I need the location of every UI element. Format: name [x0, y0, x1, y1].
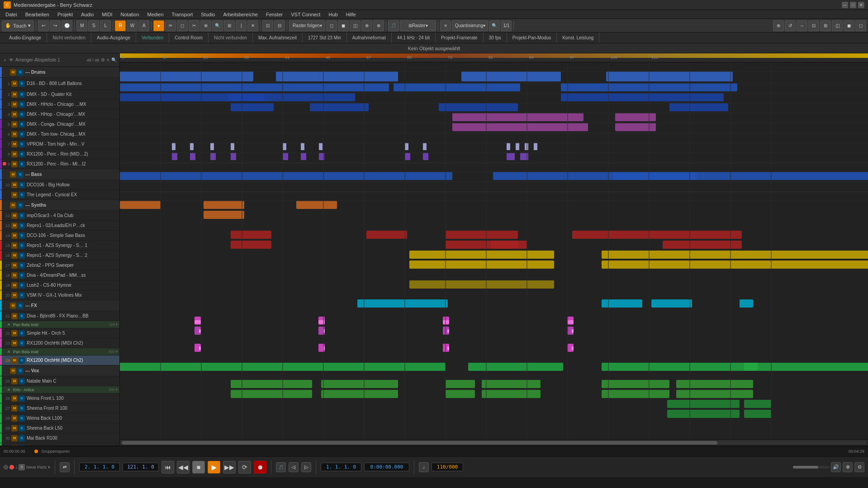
solo-8[interactable]: S — [19, 151, 25, 157]
track-row-4[interactable]: 4 M S DMX - HHop - Chicago'…MX — [0, 109, 119, 119]
menu-hub[interactable]: Hub — [325, 11, 341, 18]
track-row-8[interactable]: 8 M S RX1200 - Perc - Rim (MID…2) — [0, 149, 119, 159]
solo-17[interactable]: S — [19, 262, 25, 269]
mute-30[interactable]: M — [11, 435, 18, 441]
mute-19[interactable]: M — [11, 282, 18, 289]
position-display-1[interactable]: 2. 1. 1. 0 — [79, 463, 120, 471]
solo-31[interactable]: S — [19, 445, 25, 446]
raster-icon-5[interactable]: ⊗ — [373, 20, 384, 31]
raster-right-button[interactable]: ⊞ Raster▾ — [400, 20, 436, 31]
solo-27[interactable]: S — [19, 405, 25, 412]
mute-drums[interactable]: M — [10, 69, 16, 76]
cut-tool[interactable]: ✂ — [189, 20, 199, 31]
mute-fx[interactable]: M — [10, 303, 16, 309]
mute-vox[interactable]: M — [10, 368, 16, 374]
mute-1[interactable]: M — [11, 81, 18, 87]
go-to-start-button[interactable]: ⏮ — [161, 461, 174, 474]
write-button[interactable]: W — [127, 20, 138, 31]
metronome-button[interactable]: ♩ — [419, 462, 429, 472]
mute-8[interactable]: M — [11, 151, 18, 157]
record-button[interactable]: ⏺ — [254, 461, 266, 474]
position-display-4[interactable]: 0:00:00.000 — [364, 463, 409, 471]
solo-18[interactable]: S — [19, 272, 25, 279]
listen-button[interactable]: L — [100, 20, 111, 31]
solo-7[interactable]: S — [19, 141, 25, 147]
right-tool-2[interactable]: ↺ — [785, 20, 796, 31]
solo-22[interactable]: S — [19, 330, 25, 336]
menu-arbeitsbereiche[interactable]: Arbeitsbereiche — [219, 11, 261, 18]
tempo-display[interactable]: 110/000 — [432, 463, 463, 471]
track-group-vox[interactable]: M S --- Vox — [0, 365, 119, 376]
menu-datei[interactable]: Datei — [2, 11, 21, 18]
track-row-11[interactable]: M S The Legend - Cynical EX — [0, 190, 119, 200]
mute-13[interactable]: M — [11, 223, 18, 229]
master-volume-slider[interactable] — [793, 466, 829, 469]
right-tool-7[interactable]: ◼ — [844, 20, 854, 31]
mute-14[interactable]: M — [11, 232, 18, 239]
mute-22[interactable]: M — [11, 330, 18, 336]
track-row-9[interactable]: 9 M S RX1200 - Perc - Rim - MI…I2 — [0, 159, 119, 169]
click-button[interactable]: 🎵 — [276, 462, 286, 472]
menu-notation[interactable]: Notation — [117, 11, 143, 18]
mute-27[interactable]: M — [11, 405, 18, 412]
zoom-tool[interactable]: 🔍 — [212, 20, 223, 31]
track-row-A3[interactable]: A Erlo - Artice 000 ▾ — [0, 386, 119, 393]
ruler[interactable]: 9 17 25 33 41 49 57 65 73 81 89 97 105 1… — [120, 53, 868, 62]
solo-fx[interactable]: S — [17, 303, 24, 309]
mute-11[interactable]: M — [11, 192, 18, 198]
position-display-3[interactable]: 1. 1. 1. 0 — [321, 463, 361, 471]
solo-4[interactable]: S — [19, 111, 25, 118]
mute-24[interactable]: M — [11, 357, 18, 364]
mute-29[interactable]: M — [11, 425, 18, 431]
right-tool-8[interactable]: ◻ — [855, 20, 866, 31]
mute-20[interactable]: M — [11, 292, 18, 298]
menu-audio[interactable]: Audio — [77, 11, 97, 18]
menu-hilfe[interactable]: Hilfe — [342, 11, 360, 18]
raster-icon-2[interactable]: ◼ — [338, 20, 349, 31]
right-tool-6[interactable]: ◫ — [832, 20, 843, 31]
solo-button[interactable]: S — [88, 20, 99, 31]
track-row-31[interactable]: 31 M S Solaria Back R50 — [0, 443, 119, 445]
track-row-29[interactable]: 29 M S Sheena Back L50 — [0, 423, 119, 433]
track-row-14[interactable]: 14 M S DCO-106 - Simple Saw Bass — [0, 231, 119, 241]
minimize-button[interactable]: ─ — [842, 2, 848, 8]
solo-29[interactable]: S — [19, 425, 25, 431]
menu-medien[interactable]: Medien — [144, 11, 167, 18]
track-row-2[interactable]: 2 M S DMX - SD - Quater Kit — [0, 90, 119, 99]
quant-button[interactable]: Quantisierung▾ — [452, 20, 488, 31]
solo-drums[interactable]: S — [17, 69, 24, 76]
draw-tool[interactable]: ✏ — [165, 20, 176, 31]
track-list-icon[interactable]: ≡ — [107, 57, 109, 62]
redo-button[interactable]: ↪ — [50, 20, 61, 31]
track-row-23[interactable]: 23 M S RX1200 OrchHit (MIDI Ch2) — [0, 338, 119, 348]
menu-vst-connect[interactable]: VST Connect — [287, 11, 324, 18]
loop-button[interactable]: ⟳ — [238, 461, 251, 474]
solo-13[interactable]: S — [19, 223, 25, 229]
track-row-25[interactable]: 25 M S Natalie Main C — [0, 376, 119, 386]
mute-31[interactable]: M — [11, 445, 18, 446]
mute-10[interactable]: M — [11, 182, 18, 188]
solo-24[interactable]: S — [19, 357, 25, 364]
track-row-30[interactable]: 30 M S Mai Back R100 — [0, 433, 119, 443]
solo-1[interactable]: S — [19, 81, 25, 87]
mute-6[interactable]: M — [11, 131, 18, 137]
tracks-content[interactable] — [120, 62, 868, 439]
maximize-button[interactable]: □ — [850, 2, 856, 8]
track-row-12[interactable]: 12 M S impOScar3 - 4 Da Club — [0, 211, 119, 221]
right-tool-1[interactable]: ⊕ — [773, 20, 784, 31]
menu-fenster[interactable]: Fenster — [262, 11, 286, 18]
track-row-26[interactable]: 26 M S Weina Front L 100 — [0, 393, 119, 403]
track-row-15[interactable]: 15 M S Repro1 - AZS Synergy - S… 1 — [0, 241, 119, 251]
erase-tool[interactable]: ◻ — [177, 20, 188, 31]
history-button[interactable]: 🕐 — [62, 20, 72, 31]
track-group-bass[interactable]: M S --- Bass — [0, 169, 119, 180]
mute-button[interactable]: M — [76, 20, 87, 31]
mute-12[interactable]: M — [11, 213, 18, 219]
solo-25[interactable]: S — [19, 378, 25, 384]
sync-button[interactable]: ⇄ — [60, 462, 70, 472]
glue-tool[interactable]: ⊕ — [200, 20, 211, 31]
track-count-btn[interactable]: 3 — [19, 464, 25, 470]
rewind-button[interactable]: ◀◀ — [177, 461, 190, 474]
snap-button[interactable]: ⊡ — [262, 20, 273, 31]
solo-12[interactable]: S — [19, 213, 25, 219]
